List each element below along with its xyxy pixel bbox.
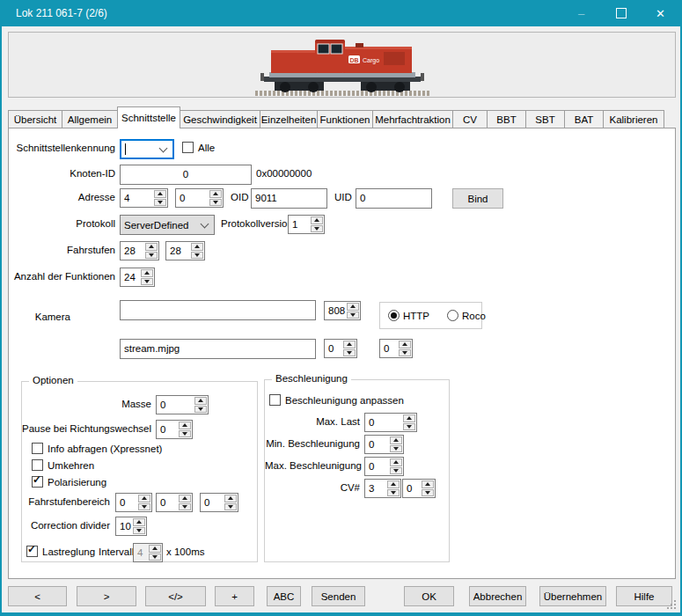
kamera-url-field[interactable]	[120, 300, 316, 320]
spin-up-icon[interactable]	[311, 216, 323, 224]
kamera-pos2-spinner[interactable]: 0	[379, 339, 413, 358]
spin-down-icon[interactable]	[311, 225, 323, 233]
spin-up-icon[interactable]	[347, 303, 359, 311]
tab-mehrfachtraktion[interactable]: Mehrfachtraktion	[372, 110, 453, 128]
spin-down-icon[interactable]	[133, 527, 145, 535]
spin-up-icon[interactable]	[145, 243, 158, 251]
polarisierung-checkbox[interactable]: ✓	[32, 476, 43, 488]
spinner-value[interactable]: 0	[365, 436, 389, 453]
spin-up-icon[interactable]	[154, 190, 166, 198]
spin-down-icon[interactable]	[194, 406, 207, 414]
max-last-spinner[interactable]: 0	[364, 413, 417, 432]
spinner-value[interactable]: 0	[157, 421, 178, 438]
spin-up-icon[interactable]	[133, 518, 145, 526]
spinner-value[interactable]: 8081	[325, 302, 346, 319]
tab-bat[interactable]: BAT	[564, 110, 604, 128]
protokollversion-spinner[interactable]: 1	[288, 215, 325, 234]
info-abfragen-checkbox[interactable]	[32, 443, 43, 454]
spin-down-icon[interactable]	[224, 503, 237, 511]
spin-down-icon[interactable]	[179, 503, 191, 511]
prev-button[interactable]: <	[8, 586, 67, 606]
roco-radio[interactable]	[447, 310, 458, 321]
http-radio[interactable]	[388, 310, 400, 321]
uebernehmen-button[interactable]: Übernehmen	[539, 586, 606, 606]
bind-button[interactable]: Bind	[452, 188, 503, 209]
min-beschleunigung-spinner[interactable]: 0	[364, 435, 404, 454]
oid-field[interactable]: 9011	[251, 188, 327, 209]
spin-up-icon[interactable]	[194, 397, 207, 405]
abbrechen-button[interactable]: Abbrechen	[469, 586, 526, 606]
maximize-button[interactable]	[601, 0, 641, 26]
spinner-value[interactable]: 0	[157, 494, 178, 511]
spin-down-icon[interactable]	[347, 312, 359, 319]
schnittstellenkennung-combobox[interactable]	[120, 139, 174, 159]
spin-up-icon[interactable]	[422, 480, 434, 488]
spinner-value[interactable]: 10	[116, 517, 132, 535]
max-beschleunigung-spinner[interactable]: 0	[364, 457, 404, 476]
spin-down-icon[interactable]	[343, 349, 356, 357]
correction-divider-spinner[interactable]: 10	[115, 517, 147, 536]
spin-down-icon[interactable]	[145, 252, 158, 260]
spin-up-icon[interactable]	[179, 495, 191, 502]
spin-up-icon[interactable]	[224, 495, 237, 502]
spin-down-icon[interactable]	[390, 467, 402, 475]
spinner-value[interactable]: 28	[121, 242, 144, 260]
masse-spinner[interactable]: 0	[156, 395, 209, 414]
spinner-value[interactable]: 28	[166, 242, 190, 260]
tab-geschwindigkeit[interactable]: Geschwindigkeit	[180, 110, 260, 128]
spinner-value[interactable]: 0	[116, 494, 137, 511]
cv-spinner-1[interactable]: 3	[364, 479, 401, 498]
spinner-value[interactable]: 3	[365, 480, 386, 497]
kamera-stream-field[interactable]: stream.mjpg	[120, 339, 316, 359]
tab-sbt[interactable]: SBT	[525, 110, 565, 128]
spin-up-icon[interactable]	[343, 341, 356, 348]
tab-uebersicht[interactable]: Übersicht	[8, 110, 62, 128]
spinner-value[interactable]: 0	[365, 458, 389, 475]
spinner-value[interactable]: 0	[176, 189, 209, 207]
hilfe-button[interactable]: Hilfe	[616, 586, 672, 606]
spinner-value[interactable]: 0	[201, 494, 224, 511]
spin-up-icon[interactable]	[138, 495, 150, 502]
spinner-value[interactable]: 0	[157, 396, 194, 414]
ok-button[interactable]: OK	[404, 586, 454, 606]
adresse-spinner-1[interactable]: 4	[120, 188, 168, 208]
spin-up-icon[interactable]	[209, 190, 222, 198]
spin-down-icon[interactable]	[390, 445, 402, 453]
spin-down-icon[interactable]	[179, 430, 191, 438]
spin-up-icon[interactable]	[399, 341, 411, 348]
tab-cv[interactable]: CV	[452, 110, 488, 128]
senden-button[interactable]: Senden	[312, 586, 365, 606]
spinner-value[interactable]: 24	[121, 268, 140, 286]
close-button[interactable]: ✕	[641, 0, 680, 26]
lastreglung-checkbox[interactable]: ✓	[26, 546, 38, 557]
code-button[interactable]: </>	[145, 586, 206, 606]
add-button[interactable]: +	[215, 586, 254, 606]
spin-up-icon[interactable]	[390, 436, 402, 444]
next-button[interactable]: >	[77, 586, 136, 606]
spinner-value[interactable]: 4	[121, 189, 153, 207]
tab-allgemein[interactable]: Allgemein	[62, 110, 118, 128]
spinner-value[interactable]: 0	[365, 414, 402, 431]
umkehren-checkbox[interactable]	[32, 459, 43, 471]
spin-down-icon[interactable]	[209, 199, 222, 207]
tab-bbt[interactable]: BBT	[487, 110, 526, 128]
fahrstufenbereich-spinner-1[interactable]: 0	[115, 493, 152, 512]
minimize-button[interactable]: –	[561, 0, 601, 26]
tab-einzelheiten[interactable]: Einzelheiten	[260, 110, 318, 128]
chevron-down-icon[interactable]	[159, 143, 168, 152]
spin-down-icon[interactable]	[191, 252, 203, 260]
spinner-value[interactable]: 1	[289, 216, 310, 233]
spin-down-icon[interactable]	[154, 199, 166, 207]
spinner-value[interactable]: 0	[380, 340, 398, 357]
anzahl-funktionen-spinner[interactable]: 24	[120, 268, 155, 287]
spin-down-icon[interactable]	[141, 278, 153, 286]
knoten-id-field[interactable]: 0	[120, 165, 252, 185]
pause-spinner[interactable]: 0	[156, 420, 193, 439]
alle-checkbox[interactable]	[182, 142, 194, 153]
spin-up-icon[interactable]	[387, 480, 400, 488]
spin-down-icon[interactable]	[387, 489, 400, 497]
fahrstufenbereich-spinner-3[interactable]: 0	[200, 493, 238, 512]
chevron-down-icon[interactable]	[201, 219, 209, 228]
fahrstufen-spinner-1[interactable]: 28	[120, 241, 159, 260]
spin-down-icon[interactable]	[422, 489, 434, 497]
